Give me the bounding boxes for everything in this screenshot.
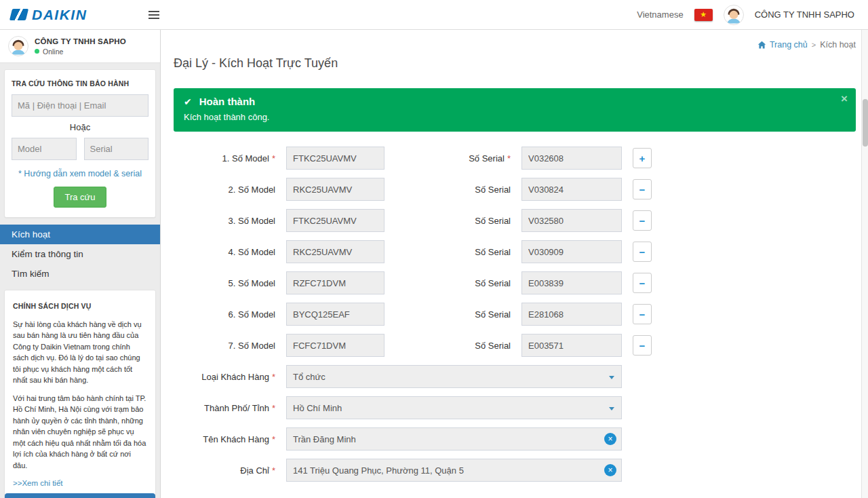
city-value: Hồ Chí Minh xyxy=(293,403,342,413)
policy-title: CHÍNH SÁCH DỊCH VỤ xyxy=(13,301,147,312)
model-serial-row: 3. Số Model Số Serial − xyxy=(174,209,856,232)
minus-icon: − xyxy=(639,185,646,195)
breadcrumb: Trang chủ > Kích hoạt xyxy=(174,30,856,50)
model-serial-guide-link[interactable]: * Hướng dẫn xem model & serial xyxy=(12,169,149,178)
minus-icon: − xyxy=(639,278,646,288)
model-input[interactable] xyxy=(286,209,384,232)
remove-row-button[interactable]: − xyxy=(633,242,652,262)
model-label: 3. Số Model xyxy=(174,216,275,226)
customer-name-input[interactable] xyxy=(286,427,622,451)
model-input[interactable] xyxy=(286,303,384,326)
add-row-button[interactable]: + xyxy=(633,148,652,168)
model-label: 4. Số Model xyxy=(174,247,275,257)
serial-label: Số Serial xyxy=(395,309,511,320)
city-row: Thành Phố/ Tỉnh* Hồ Chí Minh xyxy=(174,396,856,419)
serial-label: Số Serial* xyxy=(395,153,511,164)
daikin-logo[interactable]: DAIKIN xyxy=(0,7,140,23)
serial-input[interactable] xyxy=(521,147,622,170)
daikin-flag-icon xyxy=(9,9,28,20)
model-serial-row: 4. Số Model Số Serial − xyxy=(174,240,856,263)
serial-label: Số Serial xyxy=(395,216,511,226)
lookup-code-input[interactable] xyxy=(12,94,149,117)
model-input[interactable] xyxy=(286,147,384,170)
sidebar-menu: Kích hoạt Kiểm tra thông tin Tìm kiếm xyxy=(0,225,160,284)
model-input[interactable] xyxy=(286,271,384,294)
sidebar-toggle-button[interactable] xyxy=(140,0,167,30)
flag-star-icon: ★ xyxy=(700,11,707,18)
sidebar-item-activate[interactable]: Kích hoạt xyxy=(0,225,160,244)
remove-row-button[interactable]: − xyxy=(633,273,652,293)
model-input[interactable] xyxy=(286,240,384,263)
customer-name-label: Tên Khách Hàng* xyxy=(174,434,275,444)
remove-row-button[interactable]: − xyxy=(633,179,652,199)
clear-field-icon[interactable]: × xyxy=(604,464,616,476)
serial-input[interactable] xyxy=(521,240,622,263)
sidebar-item-check-info[interactable]: Kiểm tra thông tin xyxy=(0,244,160,264)
minus-icon: − xyxy=(639,216,646,226)
remove-row-button[interactable]: − xyxy=(633,210,652,231)
language-label: Vietnamese xyxy=(637,9,683,20)
topbar-company-name: CÔNG TY TNHH SAPHO xyxy=(755,9,854,20)
model-serial-row: 7. Số Model Số Serial − xyxy=(174,334,856,357)
model-serial-row: 1. Số Model* Số Serial* + xyxy=(174,147,856,170)
alert-message: Kích hoạt thành công. xyxy=(184,112,846,122)
serial-input[interactable] xyxy=(521,271,622,294)
lookup-title: TRA CỨU THÔNG TIN BẢO HÀNH xyxy=(12,79,149,88)
caret-down-icon xyxy=(609,376,614,379)
plus-icon: + xyxy=(639,153,646,164)
next-field-row-partial xyxy=(174,490,856,498)
sidebar-item-search[interactable]: Tìm kiếm xyxy=(0,264,160,284)
breadcrumb-home-link[interactable]: Trang chủ xyxy=(757,40,808,50)
online-dot xyxy=(35,49,39,54)
breadcrumb-current: Kích hoạt xyxy=(820,40,856,50)
policy-paragraph-1: Sự hài lòng của khách hàng về dịch vụ sa… xyxy=(13,319,147,386)
scrollbar-track[interactable] xyxy=(861,30,868,498)
serial-input[interactable] xyxy=(521,303,622,326)
remove-row-button[interactable]: − xyxy=(633,304,652,324)
city-select[interactable]: Hồ Chí Minh xyxy=(286,396,622,419)
close-icon[interactable]: × xyxy=(841,93,848,104)
lookup-model-input[interactable] xyxy=(12,138,77,160)
user-avatar[interactable] xyxy=(724,5,744,25)
model-input[interactable] xyxy=(286,178,384,201)
check-icon: ✔ xyxy=(184,96,192,107)
address-label: Địa Chỉ* xyxy=(174,465,275,476)
model-label: 1. Số Model* xyxy=(174,153,275,164)
minus-icon: − xyxy=(639,247,646,257)
policy-details-link[interactable]: >>Xem chi tiết xyxy=(13,478,147,489)
scrollbar-thumb[interactable] xyxy=(863,99,868,147)
model-serial-row: 6. Số Model Số Serial − xyxy=(174,303,856,326)
avatar-face-icon xyxy=(724,5,743,24)
serial-label: Số Serial xyxy=(395,278,511,288)
serial-input[interactable] xyxy=(521,209,622,232)
breadcrumb-separator: > xyxy=(812,41,816,49)
lookup-serial-input[interactable] xyxy=(84,138,149,160)
customer-type-label: Loại Khách Hàng* xyxy=(174,372,275,382)
activation-form: 1. Số Model* Số Serial* + 2. Số Model Số… xyxy=(174,147,856,498)
vietnam-flag-icon[interactable]: ★ xyxy=(694,9,713,21)
lookup-search-button[interactable]: Tra cứu xyxy=(54,187,106,208)
clear-field-icon[interactable]: × xyxy=(604,433,616,445)
model-label: 5. Số Model xyxy=(174,278,275,288)
serial-label: Số Serial xyxy=(395,247,511,257)
or-label: Hoặc xyxy=(12,122,149,132)
serial-input[interactable] xyxy=(521,178,622,201)
model-label: 6. Số Model xyxy=(174,309,275,320)
customer-type-select[interactable]: Tổ chức xyxy=(286,365,622,388)
model-serial-row: 2. Số Model Số Serial − xyxy=(174,178,856,201)
policy-paragraph-2: Với hai trung tâm bảo hành chính tại TP.… xyxy=(13,393,147,472)
sidebar-bottom-bar xyxy=(5,493,155,498)
model-label: 2. Số Model xyxy=(174,185,275,195)
avatar-face-icon xyxy=(9,37,28,56)
online-status-label: Online xyxy=(43,47,63,56)
customer-type-row: Loại Khách Hàng* Tổ chức xyxy=(174,365,856,388)
serial-label: Số Serial xyxy=(395,185,511,195)
model-serial-row: 5. Số Model Số Serial − xyxy=(174,271,856,294)
caret-down-icon xyxy=(609,407,614,410)
sidebar-user-panel: CÔNG TY TNHH SAPHO Online xyxy=(0,30,160,63)
serial-input[interactable] xyxy=(521,334,622,357)
model-input[interactable] xyxy=(286,334,384,357)
remove-row-button[interactable]: − xyxy=(633,335,652,356)
serial-label: Số Serial xyxy=(395,341,511,351)
address-input[interactable] xyxy=(286,459,622,482)
